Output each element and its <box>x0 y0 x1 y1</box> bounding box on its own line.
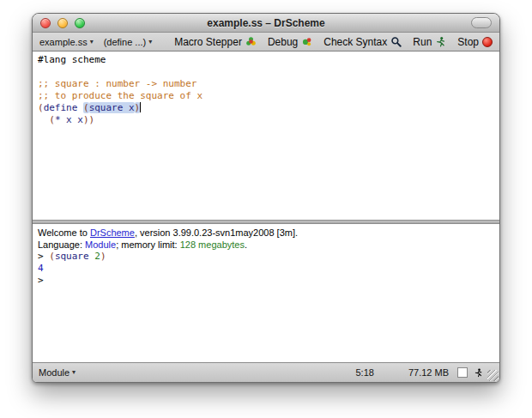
code-line: ;; square : number -> number <box>38 78 494 90</box>
code-line: (* x x)) <box>38 114 494 126</box>
code-segment: ) <box>100 251 106 262</box>
code-segment: ;; square : number -> number <box>38 78 196 89</box>
code-line: ;; to produce the square of x <box>38 90 494 102</box>
code-segment: ( <box>38 114 55 125</box>
output-line: Language: Module; memory limit: 128 mega… <box>38 239 494 251</box>
repl-input-line: > (square 2) <box>38 251 494 263</box>
close-button[interactable] <box>40 18 51 28</box>
code-segment: 4 <box>38 263 44 274</box>
drscheme-window: example.ss – DrScheme example.ss ▾ (defi… <box>32 13 500 383</box>
magnifier-icon <box>390 36 402 47</box>
code-segment: ( <box>49 251 55 262</box>
macro-stepper-button[interactable]: Macro Stepper <box>174 36 257 48</box>
code-segment: DrScheme <box>90 227 135 238</box>
code-line <box>38 66 494 78</box>
interactions-editor[interactable]: Welcome to DrScheme, version 3.99.0.23-s… <box>33 224 499 362</box>
window-title: example.ss – DrScheme <box>207 17 324 29</box>
code-segment: * x x <box>55 114 83 125</box>
run-label: Run <box>413 36 432 48</box>
macro-stepper-label: Macro Stepper <box>174 36 242 48</box>
traffic-lights <box>40 14 85 32</box>
memory-usage: 77.12 MB <box>408 367 449 378</box>
file-dropdown-label: example.ss <box>39 37 88 47</box>
code-segment <box>140 102 141 112</box>
toolbar-buttons: Macro Stepper Debug Check Syntax Run Sto… <box>174 36 493 48</box>
status-bar: Module ▾ 5:18 77.12 MB <box>33 362 499 382</box>
code-segment: square x <box>89 102 135 113</box>
code-segment: 2 <box>94 251 100 262</box>
define-dropdown[interactable]: (define ...) ▾ <box>104 37 153 47</box>
macro-stepper-icon <box>245 36 257 47</box>
toolbar-left: example.ss ▾ (define ...) ▾ <box>39 37 152 47</box>
code-line: #lang scheme <box>38 54 494 66</box>
code-line: (define (square x) <box>38 102 494 114</box>
code-segment: ) <box>135 102 141 113</box>
code-segment: Language: <box>38 239 85 250</box>
check-syntax-button[interactable]: Check Syntax <box>323 36 402 48</box>
run-button[interactable]: Run <box>413 36 446 48</box>
code-segment: define <box>44 102 78 113</box>
stop-icon <box>482 37 493 47</box>
code-segment: ;; to produce the square of x <box>38 90 203 101</box>
chevron-down-icon: ▾ <box>148 39 152 45</box>
stop-button[interactable]: Stop <box>457 36 493 48</box>
toolbar-toggle-button[interactable] <box>471 17 492 28</box>
code-segment: Module <box>85 239 116 250</box>
define-dropdown-label: (define ...) <box>104 37 147 47</box>
toolbar: example.ss ▾ (define ...) ▾ Macro Steppe… <box>33 33 499 51</box>
code-segment: ( <box>38 102 44 113</box>
debug-button[interactable]: Debug <box>268 36 312 48</box>
file-dropdown[interactable]: example.ss ▾ <box>39 37 94 47</box>
code-segment: ( <box>83 102 89 113</box>
code-segment: > <box>38 275 44 286</box>
code-segment: , version 3.99.0.23-svn1may2008 [3m]. <box>135 227 298 238</box>
check-syntax-label: Check Syntax <box>323 36 387 48</box>
caret-position: 5:18 <box>355 367 373 378</box>
stop-label: Stop <box>457 36 479 48</box>
output-line: Welcome to DrScheme, version 3.99.0.23-s… <box>38 227 494 239</box>
gc-indicator <box>457 367 468 378</box>
minimize-button[interactable] <box>57 18 68 28</box>
debug-label: Debug <box>268 36 298 48</box>
code-segment <box>77 102 83 113</box>
debug-icon <box>301 36 312 47</box>
resize-grip[interactable] <box>487 370 499 381</box>
definitions-editor[interactable]: #lang scheme ;; square : number -> numbe… <box>33 51 499 220</box>
repl-prompt-line: > <box>38 275 494 287</box>
chevron-down-icon: ▾ <box>72 369 76 376</box>
zoom-button[interactable] <box>75 18 85 28</box>
code-segment: 128 megabytes <box>180 239 245 250</box>
runner-icon <box>435 36 446 48</box>
code-segment: #lang scheme <box>38 54 106 65</box>
titlebar: example.ss – DrScheme <box>33 14 499 33</box>
repl-result-line: 4 <box>38 263 494 275</box>
language-dropdown[interactable]: Module ▾ <box>39 367 76 378</box>
code-segment: Welcome to <box>38 227 90 238</box>
running-man-icon <box>474 367 483 379</box>
language-dropdown-label: Module <box>39 367 70 378</box>
code-segment: ; memory limit: <box>116 239 180 250</box>
code-segment: )) <box>83 114 94 125</box>
code-segment: . <box>245 239 247 250</box>
code-segment: square <box>55 251 89 262</box>
chevron-down-icon: ▾ <box>90 39 94 45</box>
code-segment: > <box>38 251 49 262</box>
